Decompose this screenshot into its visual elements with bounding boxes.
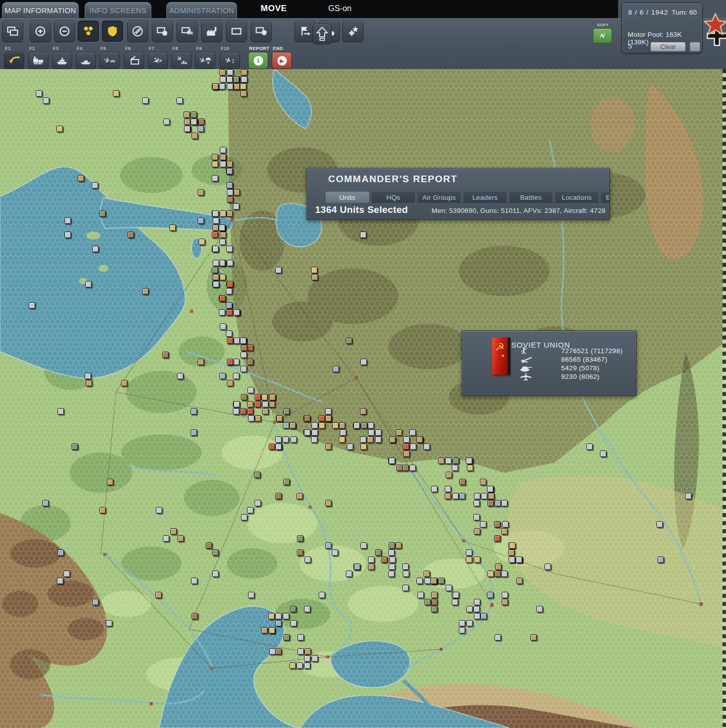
unit-counter[interactable] [220, 323, 226, 330]
unit-counter[interactable] [275, 620, 282, 627]
unit-counter[interactable] [502, 592, 508, 598]
unit-counter[interactable] [445, 486, 451, 492]
unit-counter[interactable] [487, 592, 494, 598]
unit-counter[interactable] [508, 549, 515, 556]
unit-counter[interactable] [227, 69, 233, 76]
unit-counter[interactable] [283, 613, 289, 620]
unit-counter[interactable] [275, 613, 282, 620]
unit-counter[interactable] [459, 620, 465, 627]
unit-counter[interactable] [219, 295, 226, 302]
unit-counter[interactable] [367, 436, 374, 443]
unit-counter[interactable] [269, 401, 275, 408]
unit-counter[interactable] [360, 232, 367, 238]
unit-counter[interactable] [487, 486, 494, 492]
unit-counter[interactable] [162, 352, 169, 358]
unit-counter[interactable] [212, 549, 219, 556]
unit-counter[interactable] [72, 443, 78, 450]
unit-counter[interactable] [389, 436, 396, 443]
unit-counter[interactable] [424, 443, 430, 450]
airdrop-button[interactable]: ✈ [195, 52, 215, 69]
unit-counter[interactable] [92, 182, 98, 189]
unit-counter[interactable] [241, 514, 248, 521]
unit-counter[interactable] [227, 189, 233, 196]
unit-counter[interactable] [212, 175, 218, 182]
unit-counter[interactable] [388, 549, 395, 556]
unit-counter[interactable] [57, 549, 64, 556]
unit-counter[interactable] [219, 69, 226, 76]
unit-counter[interactable] [685, 493, 692, 499]
unit-counter[interactable] [268, 613, 275, 620]
air-transport-button[interactable] [124, 52, 144, 69]
unit-counter[interactable] [311, 267, 318, 273]
tab-administration[interactable]: ADMINISTRATION [166, 2, 237, 18]
unit-counter[interactable] [219, 373, 226, 379]
unit-counter[interactable] [375, 549, 382, 556]
unit-counter[interactable] [275, 436, 282, 443]
campaign-map[interactable]: COMMANDER'S REPORT Units HQs Air Groups … [0, 69, 726, 728]
unit-counter[interactable] [233, 189, 240, 196]
unit-counter[interactable] [290, 436, 297, 443]
unit-counter[interactable] [106, 620, 112, 627]
tab-info-screens[interactable]: INFO SCREENS [85, 2, 151, 18]
unit-bars-mode-button[interactable] [176, 21, 198, 42]
unit-counter[interactable] [304, 655, 311, 662]
shield-toggle-button[interactable] [102, 21, 123, 42]
unit-counter[interactable] [431, 592, 438, 598]
unit-counter[interactable] [375, 436, 382, 443]
unit-counter[interactable] [163, 119, 170, 125]
unit-counter[interactable] [409, 465, 416, 471]
unit-counter[interactable] [226, 161, 233, 167]
unit-counter[interactable] [289, 422, 296, 429]
unit-counter[interactable] [199, 239, 205, 245]
unit-counter[interactable] [56, 126, 63, 132]
unit-counter[interactable] [368, 429, 375, 436]
unit-counter[interactable] [305, 556, 311, 563]
unit-counter[interactable] [473, 606, 480, 612]
unit-counter[interactable] [360, 359, 367, 365]
unit-counter[interactable] [192, 133, 198, 139]
unit-counter[interactable] [155, 592, 162, 598]
amphibious-button[interactable] [76, 52, 96, 69]
unit-counter[interactable] [283, 479, 290, 485]
report-tab-air-groups[interactable]: Air Groups [417, 192, 461, 203]
unit-counter[interactable] [586, 443, 593, 450]
unit-counter[interactable] [488, 493, 495, 499]
unit-counter[interactable] [226, 182, 233, 189]
unit-counter[interactable] [142, 288, 149, 295]
unit-counter[interactable] [255, 415, 261, 422]
unit-counter[interactable] [85, 373, 91, 379]
unit-counter[interactable] [219, 239, 226, 245]
unit-counter[interactable] [347, 443, 353, 450]
unit-counter[interactable] [233, 401, 240, 408]
unit-counter[interactable] [474, 613, 480, 620]
unit-counter[interactable] [213, 281, 219, 288]
unit-counter[interactable] [495, 564, 502, 570]
unit-counter[interactable] [452, 493, 459, 499]
unit-counter[interactable] [311, 436, 318, 443]
unit-counter[interactable] [248, 592, 255, 598]
unit-counter[interactable] [502, 521, 509, 528]
unit-counter[interactable] [198, 359, 204, 365]
unit-counter[interactable] [57, 578, 64, 584]
unit-counter[interactable] [312, 274, 318, 281]
unit-counter[interactable] [333, 366, 339, 372]
unit-counter[interactable] [431, 486, 438, 492]
unit-counter[interactable] [65, 217, 71, 224]
unit-counter[interactable] [255, 401, 261, 408]
unit-counter[interactable] [227, 338, 233, 344]
unit-counter[interactable] [247, 359, 254, 365]
unit-counter[interactable] [233, 408, 239, 415]
unit-counter[interactable] [92, 246, 99, 252]
unit-counter[interactable] [474, 556, 480, 563]
unit-counter[interactable] [459, 479, 466, 485]
unit-counter[interactable] [184, 111, 190, 118]
unit-counter[interactable] [191, 111, 197, 118]
unit-counter[interactable] [212, 154, 218, 160]
unit-counter[interactable] [452, 465, 458, 471]
unit-counter[interactable] [276, 415, 283, 422]
unit-counter[interactable] [339, 422, 345, 429]
unit-counter[interactable] [495, 634, 501, 641]
unit-counter[interactable] [227, 260, 233, 266]
unit-counter[interactable] [403, 451, 410, 457]
unit-counter[interactable] [233, 359, 239, 365]
